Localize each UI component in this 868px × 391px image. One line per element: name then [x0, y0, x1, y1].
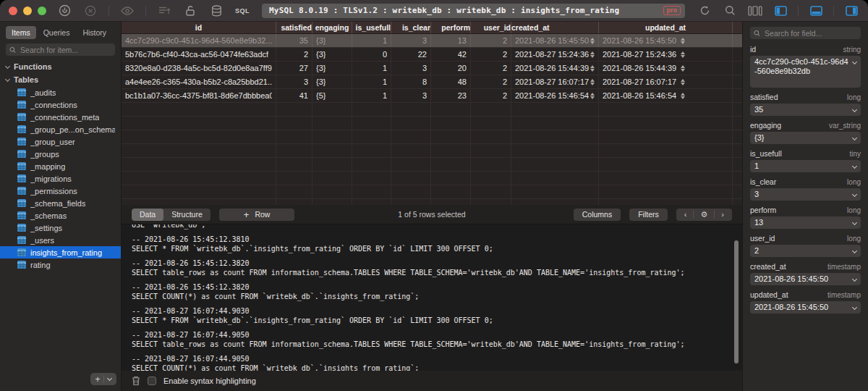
datetime-stepper[interactable] — [681, 38, 685, 44]
cell-satisfied[interactable]: 2 — [276, 48, 312, 61]
cell-updated_at[interactable]: 2021-08-26 15:44:39 — [599, 62, 733, 75]
cell-is_usefull[interactable]: 0 — [352, 48, 391, 61]
cell-engaging[interactable] — [312, 144, 352, 157]
field-value-box[interactable]: 13 — [750, 216, 861, 229]
add-row-button[interactable]: + Row — [219, 209, 295, 221]
cell-satisfied[interactable]: 3 — [276, 75, 312, 88]
cell-created_at[interactable]: 2021-08-26 15:46:54 — [511, 89, 599, 102]
column-header-engaging[interactable]: engaging — [312, 22, 352, 33]
sidebar-table-item[interactable]: _permissions — [0, 185, 121, 197]
cell-id[interactable] — [122, 199, 276, 205]
field-value-box[interactable]: 4cc7c290-c9c0-451c-96d4-560e8e9b32db — [750, 56, 861, 88]
cell-created_at[interactable] — [511, 130, 599, 143]
cell-perform[interactable] — [431, 103, 471, 116]
cell-created_at[interactable] — [511, 158, 599, 171]
field-search-field[interactable] — [750, 27, 861, 39]
sidebar-table-item[interactable]: _schema_fields — [0, 197, 121, 209]
cell-is_clear[interactable]: 3 — [391, 62, 431, 75]
cell-updated_at[interactable]: 2021-08-27 16:07:17 — [599, 75, 733, 88]
table-row[interactable] — [122, 158, 742, 172]
add-item-split-button[interactable]: + — [90, 373, 116, 385]
datetime-stepper[interactable] — [681, 79, 685, 85]
table-row[interactable] — [122, 144, 742, 158]
cell-updated_at[interactable] — [599, 172, 733, 185]
cell-id[interactable]: bc1b1a07-36cc-4375-bf81-8d6e7dbbbea0 — [122, 89, 276, 102]
cell-perform[interactable]: 42 — [431, 48, 471, 61]
cell-updated_at[interactable] — [599, 185, 733, 198]
cell-is_usefull[interactable]: 1 — [352, 62, 391, 75]
cell-engaging[interactable] — [312, 130, 352, 143]
table-row[interactable]: bc1b1a07-36cc-4375-bf81-8d6e7dbbbea041{5… — [122, 89, 742, 103]
sidebar-table-item[interactable]: _group_pe...on_schema — [0, 123, 121, 135]
disconnect-icon[interactable] — [82, 4, 98, 18]
sql-button[interactable]: SQL — [234, 4, 250, 18]
cell-user_id[interactable] — [471, 130, 511, 143]
cell-user_id[interactable]: 2 — [471, 89, 511, 102]
toggle-bottom-panel-button[interactable] — [808, 4, 824, 18]
cell-user_id[interactable] — [471, 172, 511, 185]
cell-is_usefull[interactable]: 1 — [352, 75, 391, 88]
cell-engaging[interactable] — [312, 158, 352, 171]
cell-is_clear[interactable] — [391, 117, 431, 130]
datetime-stepper[interactable] — [590, 38, 595, 44]
column-header-created_at[interactable]: created_at — [511, 22, 599, 33]
cell-is_usefull[interactable] — [352, 199, 391, 205]
cell-user_id[interactable] — [471, 199, 511, 205]
cell-updated_at[interactable] — [599, 199, 733, 205]
cell-perform[interactable]: 23 — [431, 89, 471, 102]
cell-user_id[interactable]: 2 — [471, 75, 511, 88]
sidebar-table-item[interactable]: _audits — [0, 86, 121, 98]
cell-user_id[interactable]: 2 — [471, 48, 511, 61]
field-value-box[interactable]: 3 — [750, 188, 861, 201]
cell-user_id[interactable] — [471, 185, 511, 198]
cell-engaging[interactable]: {3} — [312, 48, 352, 61]
zoom-window-button[interactable] — [38, 7, 46, 15]
sidebar-table-item[interactable]: _users — [0, 234, 121, 246]
cell-id[interactable]: a4e4ee26-c365-430a-b5b2-c8a25bbd21... — [122, 75, 276, 88]
sidebar-table-item[interactable]: _mapping — [0, 160, 121, 172]
column-header-is_clear[interactable]: is_clear — [391, 22, 431, 33]
prev-page-button[interactable]: ‹ — [678, 209, 694, 221]
column-header-perform[interactable]: perform — [431, 22, 471, 33]
cell-user_id[interactable] — [471, 117, 511, 130]
column-header-satisfied[interactable]: satisfied — [276, 22, 312, 33]
sidebar-tab[interactable]: Items — [6, 26, 36, 39]
cell-satisfied[interactable] — [276, 144, 312, 157]
cell-user_id[interactable]: 2 — [471, 34, 511, 47]
cell-created_at[interactable] — [511, 185, 599, 198]
cell-id[interactable] — [122, 144, 276, 157]
cell-satisfied[interactable] — [276, 117, 312, 130]
structure-tab[interactable]: Structure — [163, 209, 210, 221]
cell-created_at[interactable]: 2021-08-27 15:24:36 — [511, 48, 599, 61]
cell-satisfied[interactable] — [276, 199, 312, 205]
sidebar-table-item[interactable]: _connections_meta — [0, 111, 121, 123]
cell-updated_at[interactable] — [599, 103, 733, 116]
data-tab[interactable]: Data — [132, 209, 163, 221]
table-row[interactable]: 4cc7c290-c9c0-451c-96d4-560e8e9b32...35{… — [122, 34, 742, 48]
cell-created_at[interactable] — [511, 172, 599, 185]
cell-engaging[interactable]: {3} — [312, 75, 352, 88]
cell-perform[interactable]: 13 — [431, 34, 471, 47]
cell-id[interactable] — [122, 172, 276, 185]
cell-perform[interactable] — [431, 158, 471, 171]
cell-engaging[interactable] — [312, 103, 352, 116]
queue-list-icon[interactable] — [156, 4, 172, 18]
refresh-icon[interactable] — [697, 4, 712, 18]
cell-is_usefull[interactable] — [352, 185, 391, 198]
cell-perform[interactable] — [431, 144, 471, 157]
cell-updated_at[interactable]: 2021-08-26 15:45:50 — [599, 34, 733, 47]
cell-created_at[interactable]: 2021-08-27 16:07:17 — [511, 75, 599, 88]
sidebar-table-item[interactable]: _schemas — [0, 209, 121, 222]
cell-perform[interactable] — [431, 130, 471, 143]
cell-id[interactable]: 8320e8a0-d238-4a5c-bc5d-82d0e8aa7ff9 — [122, 62, 276, 75]
cell-is_usefull[interactable]: 1 — [352, 34, 391, 47]
sidebar-tab[interactable]: Queries — [38, 26, 76, 39]
cell-satisfied[interactable] — [276, 185, 312, 198]
cell-engaging[interactable]: {5} — [312, 89, 352, 102]
unlock-icon[interactable] — [182, 4, 198, 18]
cell-is_usefull[interactable] — [352, 130, 391, 143]
cell-id[interactable] — [122, 185, 276, 198]
cell-satisfied[interactable] — [276, 158, 312, 171]
cell-satisfied[interactable]: 27 — [276, 62, 312, 75]
cell-user_id[interactable] — [471, 158, 511, 171]
